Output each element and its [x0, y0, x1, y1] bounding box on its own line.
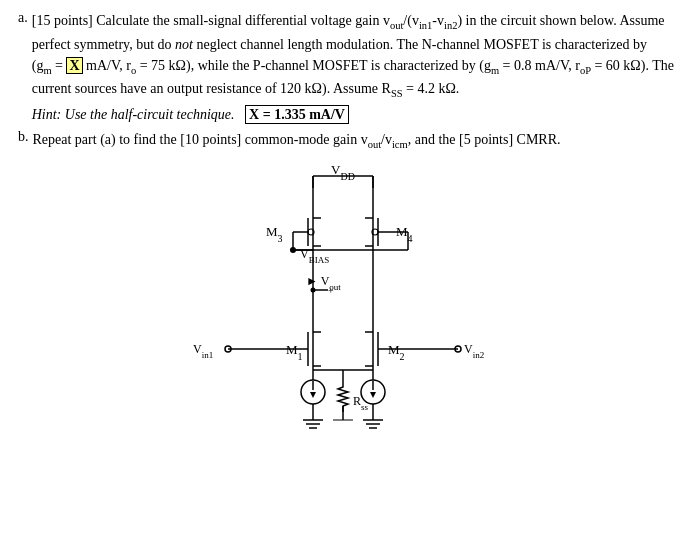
- m2-label: M2: [388, 342, 405, 362]
- problem-b-text: Repeat part (a) to find the [10 points] …: [33, 129, 561, 153]
- problem-a: a. [15 points] Calculate the small-signa…: [18, 10, 677, 125]
- vin1-label: Vin1: [193, 342, 213, 360]
- vdd-label: VDD: [331, 162, 355, 182]
- hint-line: Hint: Use the half-circuit technique. X …: [32, 104, 677, 125]
- m3-label: M3: [266, 224, 283, 244]
- rss-label: Rss: [353, 394, 369, 412]
- circuit-diagram: VDD M3: [138, 160, 558, 450]
- m1-label: M1: [286, 342, 303, 362]
- current-arrow-right: [370, 392, 376, 398]
- problem-b: b. Repeat part (a) to find the [10 point…: [18, 129, 677, 153]
- problem-b-label: b.: [18, 129, 29, 153]
- content-area: a. [15 points] Calculate the small-signa…: [18, 10, 677, 450]
- m4-label: M4: [396, 224, 413, 244]
- vin2-label: Vin2: [464, 342, 484, 360]
- problem-a-text: [15 points] Calculate the small-signal d…: [32, 10, 677, 125]
- vout-plus: +: [328, 285, 334, 296]
- hint-answer: X = 1.335 mA/V: [245, 105, 349, 124]
- problem-a-label: a.: [18, 10, 28, 125]
- circuit-container: VDD M3: [18, 160, 677, 450]
- current-arrow-left: [310, 392, 316, 398]
